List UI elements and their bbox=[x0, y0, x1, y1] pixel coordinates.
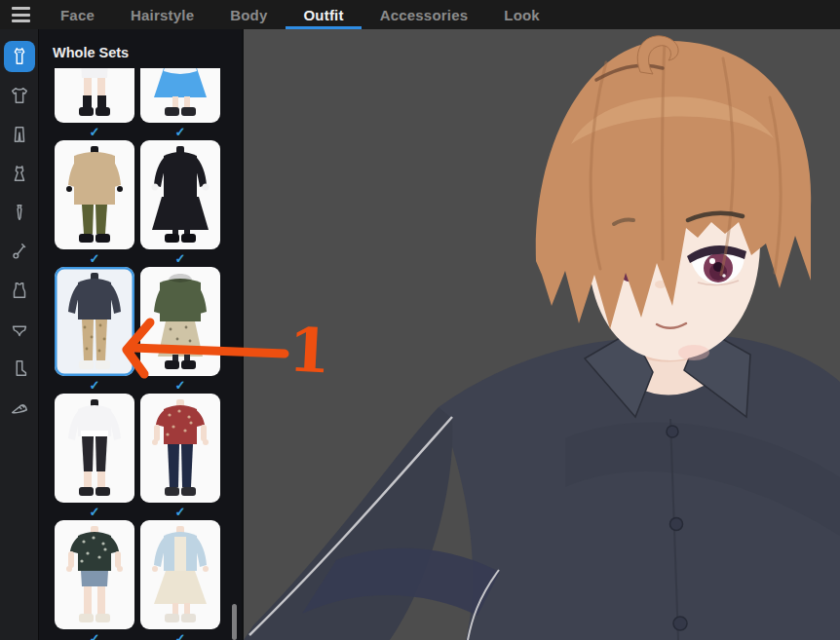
panel-title: Whole Sets bbox=[53, 45, 242, 60]
outfit-category-rail bbox=[0, 29, 39, 640]
outfit-thumbnail-set-denim-jacket-cream-skirt[interactable] bbox=[140, 520, 220, 629]
outfit-thumbnail-set-white-crop-capri[interactable] bbox=[55, 394, 134, 503]
hamburger-icon[interactable] bbox=[12, 7, 30, 22]
outfit-cell: ✓ bbox=[55, 394, 134, 520]
outfit-thumbnail-set-red-floral-jeans[interactable] bbox=[140, 394, 220, 503]
sidebar-item-gloves[interactable] bbox=[4, 236, 35, 267]
tops-icon bbox=[9, 85, 30, 106]
outfit-thumbnail-set-legs-loafers[interactable] bbox=[55, 68, 134, 123]
sidebar-item-neckwear[interactable] bbox=[4, 197, 35, 228]
sidebar-item-bottoms[interactable] bbox=[4, 119, 35, 150]
checkmark-icon: ✓ bbox=[90, 249, 100, 267]
innerwear-icon bbox=[9, 280, 30, 301]
checkmark-icon: ✓ bbox=[175, 629, 186, 640]
tab-look[interactable]: Look bbox=[504, 0, 540, 29]
outfit-figure bbox=[140, 520, 220, 629]
sidebar-item-one-piece[interactable] bbox=[4, 158, 35, 189]
character-creator-app: FaceHairstyleBodyOutfitAccessoriesLook W… bbox=[0, 0, 840, 640]
outfit-figure bbox=[140, 68, 220, 123]
outfit-cell: ✓ bbox=[55, 140, 134, 267]
checkmark-icon: ✓ bbox=[175, 503, 186, 520]
one-piece-icon bbox=[9, 163, 30, 184]
character-preview bbox=[244, 29, 840, 640]
outfit-figure bbox=[55, 394, 134, 503]
outfit-figure bbox=[55, 140, 134, 249]
whole-sets-icon bbox=[9, 46, 30, 67]
viewport-3d[interactable] bbox=[244, 29, 840, 640]
outfit-figure bbox=[140, 394, 220, 503]
outfit-cell: ✓ bbox=[140, 520, 220, 640]
checkmark-icon: ✓ bbox=[90, 629, 100, 640]
tab-hairstyle[interactable]: Hairstyle bbox=[131, 0, 194, 29]
tab-accessories[interactable]: Accessories bbox=[380, 0, 469, 29]
outfit-thumbnail-set-green-hoodie-skirt[interactable] bbox=[140, 267, 220, 376]
outfit-thumbnail-set-dark-floral-shorts[interactable] bbox=[55, 520, 134, 629]
top-tab-bar: FaceHairstyleBodyOutfitAccessoriesLook bbox=[0, 0, 840, 29]
bottoms-icon bbox=[9, 124, 30, 145]
tab-outfit[interactable]: Outfit bbox=[303, 0, 343, 29]
outfit-thumbnail-set-navy-shirt-beige-pants[interactable] bbox=[55, 267, 134, 376]
outfit-cell: ✓ bbox=[55, 520, 134, 640]
socks-icon bbox=[9, 358, 30, 379]
neckwear-icon bbox=[9, 202, 30, 223]
underwear-icon bbox=[9, 319, 30, 340]
tab-face[interactable]: Face bbox=[60, 0, 95, 29]
outfit-grid: ✓✓✓✓✓✓✓✓✓✓ bbox=[39, 68, 242, 640]
sidebar-item-innerwear[interactable] bbox=[4, 275, 35, 306]
outfit-figure bbox=[55, 267, 134, 376]
outfit-cell: ✓ bbox=[140, 394, 220, 520]
outfit-cell: ✓ bbox=[55, 68, 134, 140]
tab-body[interactable]: Body bbox=[230, 0, 267, 29]
checkmark-icon: ✓ bbox=[90, 503, 100, 520]
sidebar-item-underwear[interactable] bbox=[4, 314, 35, 345]
sidebar-item-socks[interactable] bbox=[4, 353, 35, 384]
outfit-figure bbox=[55, 520, 134, 629]
checkmark-icon: ✓ bbox=[90, 376, 100, 394]
checkmark-icon: ✓ bbox=[175, 249, 186, 267]
outfit-thumbnail-set-maid-blue[interactable] bbox=[140, 68, 220, 123]
outfit-figure bbox=[140, 140, 220, 249]
mode-tabs: FaceHairstyleBodyOutfitAccessoriesLook bbox=[60, 0, 540, 29]
checkmark-icon: ✓ bbox=[175, 376, 186, 394]
outfit-cell: ✓ bbox=[55, 267, 134, 394]
sidebar-item-shoes[interactable] bbox=[4, 392, 35, 423]
outfit-thumbnail-set-black-dress[interactable] bbox=[140, 140, 220, 249]
outfit-cell: ✓ bbox=[140, 267, 220, 394]
whole-sets-panel: Whole Sets ✓✓✓✓✓✓✓✓✓✓ bbox=[39, 29, 244, 640]
shoes-icon bbox=[9, 396, 30, 418]
outfit-figure bbox=[140, 267, 220, 376]
outfit-cell: ✓ bbox=[140, 68, 220, 140]
outfit-thumbnail-set-trench-olive[interactable] bbox=[55, 140, 134, 249]
checkmark-icon: ✓ bbox=[90, 123, 100, 140]
checkmark-icon: ✓ bbox=[175, 123, 186, 140]
sidebar-item-whole-sets[interactable] bbox=[4, 41, 35, 72]
outfit-cell: ✓ bbox=[140, 140, 220, 267]
gloves-icon bbox=[9, 241, 30, 262]
sidebar-item-tops[interactable] bbox=[4, 80, 35, 111]
panel-scrollbar[interactable] bbox=[232, 604, 237, 640]
outfit-figure bbox=[55, 68, 134, 123]
